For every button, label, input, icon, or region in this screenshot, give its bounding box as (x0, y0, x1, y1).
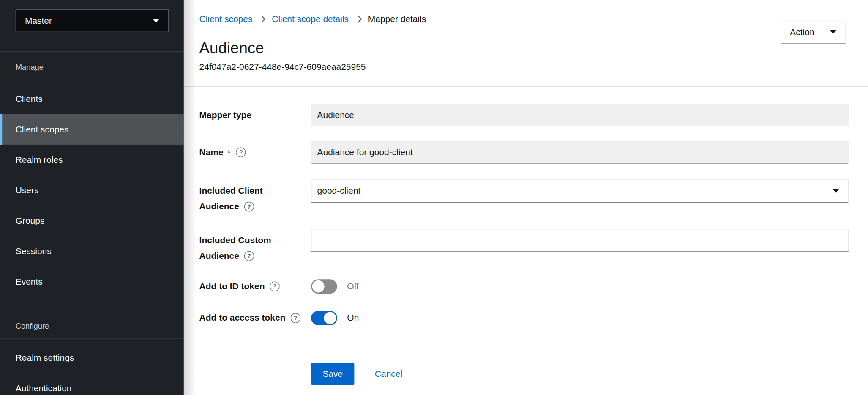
keycloak-admin-console: Master Manage Clients Client scopes Real… (0, 0, 868, 395)
sidebar-item-realm-settings[interactable]: Realm settings (0, 343, 184, 373)
chevron-down-icon (833, 189, 839, 193)
included-custom-audience-input[interactable] (311, 229, 849, 252)
sidebar: Master Manage Clients Client scopes Real… (0, 0, 184, 395)
page-header: Client scopes Client scope details Mappe… (184, 0, 868, 87)
realm-name: Master (25, 16, 52, 26)
main-content: Client scopes Client scope details Mappe… (184, 0, 868, 395)
included-client-audience-select[interactable]: good-client (311, 179, 849, 203)
realm-selector-area: Master (0, 9, 184, 52)
add-to-access-token-state: On (347, 311, 359, 325)
save-button[interactable]: Save (311, 363, 354, 385)
included-client-audience-label-line2: Audience (199, 199, 239, 214)
mapper-type-value: Audience (317, 110, 354, 120)
sidebar-item-groups[interactable]: Groups (0, 206, 184, 236)
required-asterisk: * (227, 148, 231, 157)
included-custom-audience-label-line1: Included Custom (199, 233, 311, 248)
mapper-type-label: Mapper type (199, 110, 251, 120)
action-button-label: Action (790, 27, 814, 37)
sidebar-item-authentication[interactable]: Authentication (0, 373, 184, 395)
add-to-id-token-label: Add to ID token (199, 281, 265, 291)
help-icon[interactable] (290, 313, 300, 323)
add-to-id-token-state: Off (347, 279, 359, 294)
form-row-included-custom-audience: Included Custom Audience (199, 229, 868, 252)
breadcrumb-separator-icon (355, 16, 362, 23)
form-row-add-to-id-token: Add to ID token Off (199, 279, 868, 294)
help-icon[interactable] (244, 202, 254, 212)
sidebar-nav: Manage Clients Client scopes Realm roles… (0, 52, 184, 395)
breadcrumb: Client scopes Client scope details Mappe… (199, 14, 846, 25)
add-to-id-token-toggle[interactable] (311, 279, 337, 294)
sidebar-item-events[interactable]: Events (0, 266, 184, 297)
sidebar-item-users[interactable]: Users (0, 175, 184, 206)
included-client-audience-value: good-client (317, 186, 361, 196)
realm-selector-dropdown[interactable]: Master (16, 9, 169, 32)
sidebar-item-client-scopes[interactable]: Client scopes (0, 114, 184, 145)
nav-section-configure: Configure Realm settings Authentication (0, 310, 184, 395)
name-input[interactable]: Audiance for good-client (311, 141, 849, 164)
page-title: Audience (199, 39, 846, 57)
help-icon[interactable] (270, 281, 280, 291)
included-custom-audience-label-line2: Audience (199, 248, 239, 264)
help-icon[interactable] (244, 251, 254, 261)
nav-section-title-manage: Manage (0, 52, 184, 80)
help-icon[interactable] (236, 147, 246, 157)
breadcrumb-separator-icon (259, 16, 266, 23)
cancel-link[interactable]: Cancel (375, 369, 402, 379)
chevron-down-icon (830, 30, 837, 34)
sidebar-item-sessions[interactable]: Sessions (0, 236, 184, 266)
name-label: Name (199, 147, 224, 157)
nav-section-title-configure: Configure (0, 310, 184, 339)
chevron-down-icon (153, 19, 160, 23)
action-dropdown-button[interactable]: Action (781, 20, 846, 44)
sidebar-item-clients[interactable]: Clients (0, 84, 184, 114)
mapper-details-form: Mapper type Audience Name * (184, 104, 868, 385)
mapper-type-input[interactable]: Audience (311, 104, 849, 126)
form-row-add-to-access-token: Add to access token On (199, 311, 868, 325)
nav-section-manage: Manage Clients Client scopes Realm roles… (0, 52, 184, 297)
form-row-name: Name * Audiance for good-client (199, 141, 868, 164)
name-value: Audiance for good-client (317, 147, 413, 157)
toggle-knob (312, 280, 325, 293)
mapper-id: 24f047a2-0627-448e-94c7-609aeaa25955 (199, 61, 846, 72)
breadcrumb-link-client-scopes[interactable]: Client scopes (199, 14, 253, 25)
breadcrumb-link-client-scope-details[interactable]: Client scope details (272, 14, 349, 25)
form-actions: Save Cancel (311, 363, 868, 385)
form-row-included-client-audience: Included Client Audience good-client (199, 179, 868, 203)
add-to-access-token-label: Add to access token (199, 313, 286, 323)
add-to-access-token-toggle[interactable] (311, 311, 337, 325)
included-client-audience-label-line1: Included Client (199, 184, 311, 199)
form-row-mapper-type: Mapper type Audience (199, 104, 868, 126)
sidebar-item-realm-roles[interactable]: Realm roles (0, 145, 184, 175)
breadcrumb-current-mapper-details: Mapper details (368, 14, 426, 25)
toggle-knob (324, 312, 336, 324)
